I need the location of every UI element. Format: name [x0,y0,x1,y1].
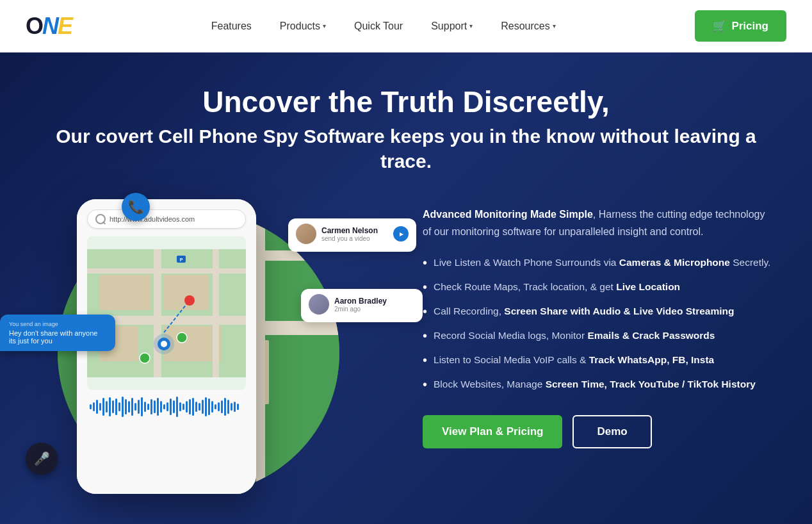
wave-bar [211,401,213,413]
nav-link-resources[interactable]: Resources ▾ [489,15,567,37]
pricing-button[interactable]: 🛒 Pricing [695,10,786,42]
wave-bar [202,400,204,414]
wave-bar [176,397,178,417]
wave-bar [112,400,114,413]
contact-card-aaron: Aaron Bradley 2min ago [301,289,423,322]
wave-bar [128,401,130,413]
feature-item-6: Block Websites, Manage Screen Time, Trac… [423,377,774,392]
feature-bold-2: Live Location [616,281,680,292]
demo-button[interactable]: Demo [572,415,651,448]
feature-text-5: Listen to Social Media VoIP calls & Trac… [434,352,714,367]
wave-bar [106,401,108,413]
wave-bar [195,402,197,412]
svg-text:P: P [293,464,297,471]
hero-heading-line1: Uncover the Truth Discreetly, [38,85,774,120]
wave-bar [150,399,152,414]
nav-item-support[interactable]: Support ▾ [419,15,484,37]
carmen-avatar [296,224,316,244]
wave-bar [115,398,117,415]
mini-map: P [87,236,246,390]
wave-bar [224,398,226,416]
play-button[interactable] [393,226,409,242]
nav-link-support[interactable]: Support ▾ [419,15,484,37]
feature-list: Live Listen & Watch Phone Surrounds via … [423,255,774,392]
wave-bar [189,399,191,414]
carmen-header: Carmen Nelson send you a video [296,224,409,244]
aaron-header: Aaron Bradley 2min ago [309,294,415,315]
feature-bold-5: Track WhatsApp, FB, Insta [589,354,715,365]
view-plan-pricing-button[interactable]: View Plan & Pricing [423,415,562,448]
wave-bar [160,401,162,413]
svg-rect-25 [164,275,209,310]
hero-description: Advanced Monitoring Made Simple, Harness… [423,206,774,240]
aaron-sub: 2min ago [334,306,387,313]
url-bar: http://www.adultvideos.com [87,209,246,229]
nav-item-resources[interactable]: Resources ▾ [489,15,567,37]
feature-text-3: Call Recording, Screen Share with Audio … [434,304,734,318]
message-hint: You send an image [9,321,106,327]
navbar: ONE Features Products ▾ Quick Tour Suppo… [0,0,812,53]
wave-bar [109,397,111,416]
wave-bar [90,404,92,409]
logo[interactable]: ONE [26,13,72,40]
wave-bar [154,400,156,413]
nav-link-features[interactable]: Features [200,15,263,37]
wave-bar [163,404,165,409]
feature-text-4: Record Social Media logs, Monitor Emails… [434,328,715,343]
wave-bar [234,402,236,412]
feature-item-4: Record Social Media logs, Monitor Emails… [423,328,774,343]
phone-call-icon-float: 📞 [122,193,150,221]
hero-desc-bold: Advanced Monitoring Made Simple [423,209,593,220]
wave-bar [179,402,181,411]
svg-rect-30 [154,249,161,377]
wave-bar [170,398,172,415]
wave-bar [231,403,232,411]
feature-item-1: Live Listen & Watch Phone Surrounds via … [423,255,774,270]
svg-rect-29 [87,268,246,274]
support-chevron-icon: ▾ [469,22,473,29]
svg-rect-31 [213,249,219,377]
feature-bold-3: Screen Share with Audio & Live Video Str… [504,306,734,316]
svg-point-37 [177,332,187,343]
wave-bar [125,399,127,414]
wave-bar [237,404,239,410]
resources-chevron-icon: ▾ [553,22,556,29]
wave-bar [96,400,98,414]
phone-icon: 📞 [128,199,144,215]
speech-bubble: You send an image Hey don't share with a… [0,315,115,351]
microphone-icon: 🎤 [34,451,50,466]
wave-bar [147,404,149,410]
svg-text:P: P [180,258,183,262]
hero-body: P P http://www.adultvideos.com [38,199,774,507]
wave-bar [157,398,159,416]
nav-item-features[interactable]: Features [200,15,263,37]
feature-text-1: Live Listen & Watch Phone Surrounds via … [434,255,770,270]
svg-point-35 [161,341,167,347]
aaron-avatar [309,294,329,315]
wave-bar [183,404,184,410]
aaron-info: Aaron Bradley 2min ago [334,297,387,313]
feature-item-3: Call Recording, Screen Share with Audio … [423,304,774,319]
wave-bar [99,403,101,411]
logo-e: E [58,13,72,40]
hero-buttons: View Plan & Pricing Demo [423,415,774,448]
nav-link-products[interactable]: Products ▾ [268,15,337,37]
aaron-name: Aaron Bradley [334,297,387,306]
wave-bar [192,398,194,416]
wave-bar [93,402,95,411]
logo-o: O [26,13,42,40]
products-chevron-icon: ▾ [323,22,326,29]
nav-link-quicktour[interactable]: Quick Tour [343,15,414,37]
hero-heading-line2: Our covert Cell Phone Spy Software keeps… [38,124,774,174]
logo-n: N [42,13,58,40]
nav-item-products[interactable]: Products ▾ [268,15,337,37]
carmen-sub: send you a video [321,235,378,242]
feature-bold-1: Cameras & Microphone [619,257,730,268]
hero-title: Uncover the Truth Discreetly, Our covert… [38,85,774,174]
nav-item-quicktour[interactable]: Quick Tour [343,15,414,37]
wave-bar [221,400,223,413]
feature-text-2: Check Route Maps, Track location, & get … [434,279,680,294]
nav-links: Features Products ▾ Quick Tour Support ▾… [200,15,567,37]
mic-button[interactable]: 🎤 [26,443,58,475]
feature-item-5: Listen to Social Media VoIP calls & Trac… [423,352,774,368]
